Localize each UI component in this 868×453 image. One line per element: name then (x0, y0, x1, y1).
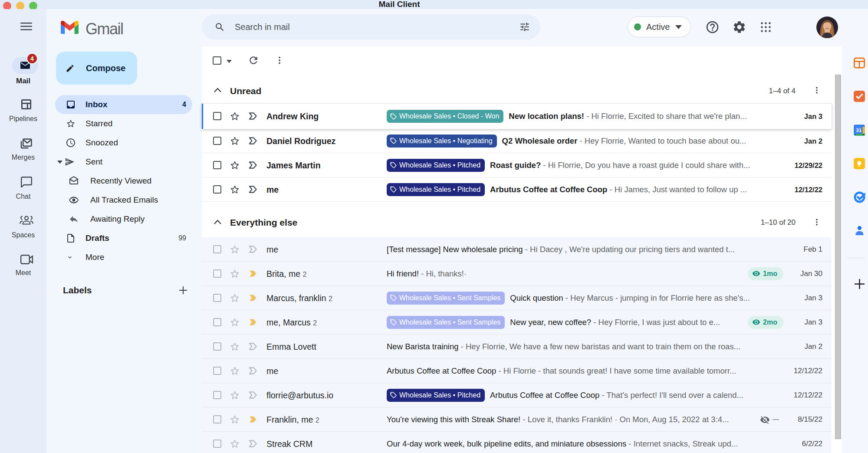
svg-text:31: 31 (856, 128, 862, 133)
